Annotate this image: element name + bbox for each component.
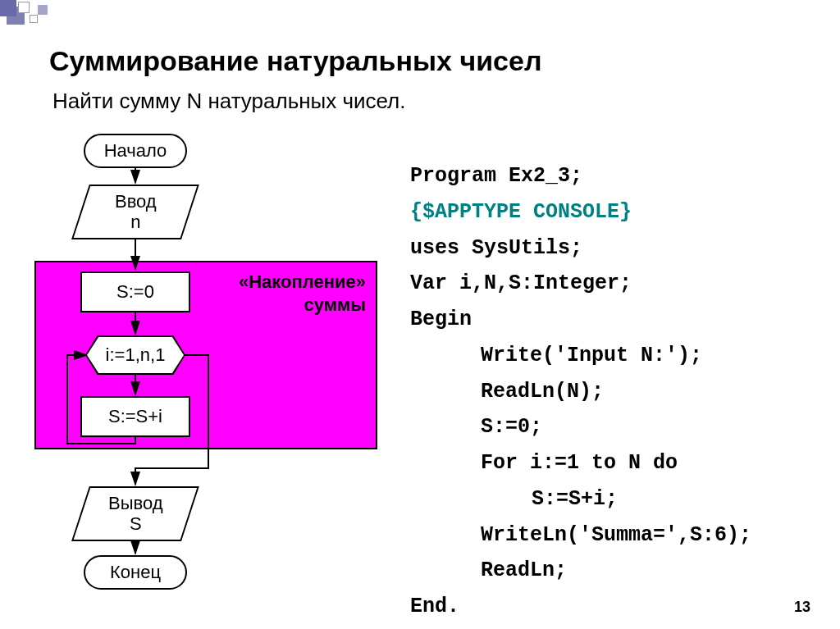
flowchart-init: S:=0 [80,271,190,312]
code-line: Write('Input N:'); [410,338,807,374]
code-line: End. [410,589,807,625]
code-line: ReadLn(N); [410,374,807,410]
code-line: WriteLn('Summa=',S:6); [410,517,807,554]
code-line: ReadLn; [410,553,807,589]
page-number: 13 [794,599,810,616]
code-line: {$APPTYPE CONSOLE} [410,194,807,230]
code-line: For i:=1 to N do [410,445,807,481]
flowchart-output-text: Вывод S [108,493,163,535]
flowchart-input: Ввод n [71,185,199,239]
flowchart-loop: i:=1,n,1 [85,335,185,375]
flowchart-end: Конец [84,555,187,590]
flowchart-output: Вывод S [71,486,199,541]
code-line: S:=S+i; [410,481,807,517]
code-line: Program Ex2_3; [410,158,807,194]
code-line: S:=0; [410,409,807,445]
code-line: uses SysUtils; [410,230,807,267]
code-line: Begin [410,302,807,338]
page-subtitle: Найти сумму N натуральных чисел. [52,89,807,114]
flowchart: «Накопление» суммы [49,134,410,601]
flowchart-loop-text: i:=1,n,1 [87,337,184,373]
decorative-squares [0,0,164,41]
page-title: Суммирование натуральных чисел [49,45,807,77]
code-line: Var i,N,S:Integer; [410,266,807,302]
flowchart-start: Начало [84,134,187,168]
flowchart-input-text: Ввод n [115,191,157,233]
flowchart-accum: S:=S+i [80,396,190,437]
code-block: Program Ex2_3; {$APPTYPE CONSOLE} uses S… [410,158,807,625]
